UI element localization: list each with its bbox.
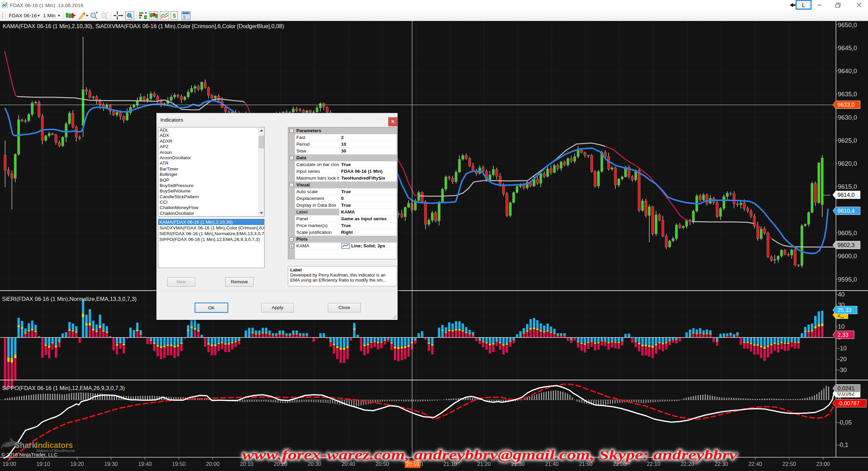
svg-text:-0,05: -0,05 — [838, 419, 852, 426]
svg-text:9602,3: 9602,3 — [837, 242, 854, 248]
svg-text:$: $ — [173, 13, 176, 19]
svg-text:2,33: 2,33 — [837, 332, 848, 338]
svg-text:20:00: 20:00 — [206, 461, 219, 467]
svg-text:9605,0: 9605,0 — [838, 229, 857, 237]
svg-text:9600,0: 9600,0 — [838, 252, 857, 260]
svg-text:19:10: 19:10 — [36, 461, 50, 467]
svg-text:9630,0: 9630,0 — [838, 114, 857, 121]
svg-text:Shark: Shark — [15, 441, 36, 450]
svg-text:-0,00787: -0,00787 — [837, 400, 860, 406]
svg-text:9650,0: 9650,0 — [838, 21, 857, 28]
svg-text:KAMA(FDAX 06-16 (1 Min),2,10,3: KAMA(FDAX 06-16 (1 Min),2,10,30), SiADXV… — [3, 23, 284, 29]
svg-text:9610,4: 9610,4 — [837, 208, 854, 214]
svg-text:9614,0: 9614,0 — [837, 192, 854, 198]
svg-text:19:30: 19:30 — [104, 461, 118, 467]
svg-text:9620,0: 9620,0 — [838, 160, 857, 167]
svg-text:0,0241: 0,0241 — [837, 385, 854, 391]
svg-text:-10: -10 — [838, 345, 847, 352]
svg-text:19:00: 19:00 — [2, 461, 16, 467]
svg-text:19:20: 19:20 — [70, 461, 84, 467]
svg-text:9645,0: 9645,0 — [838, 44, 857, 52]
svg-text:9633,0: 9633,0 — [837, 102, 854, 108]
svg-text:-20: -20 — [838, 356, 847, 363]
svg-text:25,33: 25,33 — [837, 307, 851, 313]
svg-text:19:40: 19:40 — [138, 461, 152, 467]
svg-text:19:50: 19:50 — [172, 461, 185, 467]
svg-text:9595,0: 9595,0 — [838, 276, 857, 283]
svg-text:9640,0: 9640,0 — [838, 67, 857, 75]
svg-text:L: L — [802, 2, 805, 8]
svg-text:40: 40 — [838, 291, 845, 298]
svg-text:SiPPO(FDAX 06-16 (1 Min),12,EM: SiPPO(FDAX 06-16 (1 Min),12,EMA,26,9,3,0… — [2, 385, 125, 391]
svg-text:10: 10 — [838, 323, 845, 330]
svg-text:SiERI(FDAX 06-16 (1 Min),Norma: SiERI(FDAX 06-16 (1 Min),Normalize,EMA,1… — [2, 296, 137, 302]
svg-text:9625,0: 9625,0 — [838, 137, 857, 144]
svg-text:9615,0: 9615,0 — [838, 183, 857, 190]
svg-text:9635,0: 9635,0 — [838, 90, 857, 98]
svg-text:© 2016 NinjaTrader, LLC: © 2016 NinjaTrader, LLC — [1, 452, 58, 457]
svg-text:-30: -30 — [838, 367, 847, 373]
